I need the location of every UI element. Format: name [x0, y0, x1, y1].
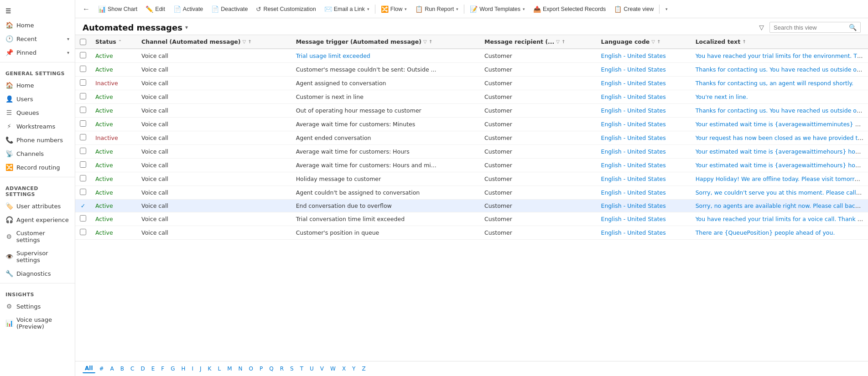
alpha-item-x[interactable]: X	[340, 365, 348, 373]
sidebar-item-diagnostics[interactable]: 🔧 Diagnostics	[0, 267, 75, 280]
sidebar-item-channels[interactable]: 📡 Channels	[0, 147, 75, 160]
sidebar-item-customer-settings[interactable]: ⚙️ Customer settings	[0, 227, 75, 247]
alpha-item-c[interactable]: C	[128, 365, 136, 373]
export-button[interactable]: 📤 Export Selected Records	[530, 4, 609, 15]
select-all-checkbox[interactable]	[80, 39, 86, 45]
back-button[interactable]: ←	[79, 3, 94, 15]
language-cell[interactable]: English - United States	[597, 118, 691, 131]
channel-sort-icon[interactable]: ↑	[248, 39, 251, 44]
trigger-cell[interactable]: Agent assigned to conversation	[291, 77, 480, 90]
trigger-cell[interactable]: Trial usage limit exceeded	[291, 49, 480, 63]
create-view-button[interactable]: 📋 Create view	[610, 4, 657, 15]
table-row[interactable]: ActiveVoice callTrial conversation time …	[75, 212, 868, 226]
table-row[interactable]: InactiveVoice callAgent ended conversati…	[75, 131, 868, 145]
alpha-item-t[interactable]: T	[298, 365, 306, 373]
language-cell[interactable]: English - United States	[597, 212, 691, 226]
trigger-cell[interactable]: Average wait time for customers: Minutes	[291, 118, 480, 131]
word-templates-dropdown-arrow[interactable]: ▾	[523, 7, 525, 11]
language-sort-icon[interactable]: ↑	[657, 39, 660, 44]
sidebar-item-home2[interactable]: 🏠 Home	[0, 78, 75, 92]
language-cell[interactable]: English - United States	[597, 226, 691, 240]
row-select-checkbox[interactable]	[80, 161, 86, 168]
alpha-item-q[interactable]: Q	[267, 365, 275, 373]
alpha-item-r[interactable]: R	[278, 365, 286, 373]
alpha-item-v[interactable]: V	[318, 365, 326, 373]
localized-text-link[interactable]: You have reached your trial limits for a…	[696, 216, 868, 222]
search-input[interactable]	[774, 24, 846, 31]
row-select-checkbox[interactable]	[80, 215, 86, 221]
trigger-cell[interactable]: Customer's position in queue	[291, 226, 480, 240]
row-select-checkbox[interactable]	[80, 52, 86, 58]
alpha-item-w[interactable]: W	[328, 365, 338, 373]
language-cell[interactable]: English - United States	[597, 63, 691, 77]
sidebar-item-home[interactable]: 🏠 Home	[0, 18, 75, 32]
language-link[interactable]: English - United States	[601, 80, 666, 87]
trigger-cell[interactable]: Out of operating hour message to custome…	[291, 104, 480, 118]
localized-text-link[interactable]: Sorry, we couldn't serve you at this mom…	[696, 189, 868, 196]
trigger-cell[interactable]: Trial conversation time limit exceeded	[291, 212, 480, 226]
activate-button[interactable]: 📄 Activate	[170, 4, 207, 15]
alpha-item-y[interactable]: Y	[350, 365, 358, 373]
trigger-link[interactable]: Trial usage limit exceeded	[296, 52, 370, 59]
edit-button[interactable]: ✏️ Edit	[142, 4, 169, 15]
sidebar-item-agent-experience[interactable]: 🎧 Agent experience	[0, 213, 75, 227]
localized-text-link[interactable]: Thanks for contacting us. You have reach…	[696, 107, 868, 114]
table-row[interactable]: ActiveVoice callCustomer is next in line…	[75, 90, 868, 104]
row-select-checkbox[interactable]	[80, 189, 86, 195]
language-link[interactable]: English - United States	[601, 175, 666, 182]
language-cell[interactable]: English - United States	[597, 77, 691, 90]
language-cell[interactable]: English - United States	[597, 145, 691, 159]
table-row[interactable]: ActiveVoice callAverage wait time for cu…	[75, 118, 868, 131]
alpha-item-p[interactable]: P	[257, 365, 265, 373]
alpha-item-u[interactable]: U	[307, 365, 316, 373]
table-row[interactable]: ✓ActiveVoice callEnd conversation due to…	[75, 200, 868, 212]
alpha-item-b[interactable]: B	[118, 365, 126, 373]
localized-text-link[interactable]: Your estimated wait time is {averagewait…	[696, 148, 866, 155]
sidebar-item-settings[interactable]: ⚙️ Settings	[0, 299, 75, 313]
alpha-item-k[interactable]: K	[206, 365, 214, 373]
alpha-item-f[interactable]: F	[159, 365, 166, 373]
run-report-button[interactable]: 📋 Run Report ▾	[411, 4, 462, 15]
alpha-item-s[interactable]: S	[288, 365, 296, 373]
status-sort-icon[interactable]: ⌃	[118, 39, 122, 44]
alpha-item-n[interactable]: N	[236, 365, 245, 373]
channel-filter-icon[interactable]: ▽	[243, 39, 246, 44]
trigger-cell[interactable]: Average wait time for customers: Hours	[291, 145, 480, 159]
sidebar-item-supervisor-settings[interactable]: 👁️ Supervisor settings	[0, 247, 75, 267]
sidebar-item-user-attributes[interactable]: 🏷️ User attributes	[0, 199, 75, 213]
alpha-item-l[interactable]: L	[215, 365, 223, 373]
row-select-checkbox[interactable]	[80, 79, 86, 86]
language-link[interactable]: English - United States	[601, 107, 666, 114]
alpha-item-m[interactable]: M	[225, 365, 234, 373]
recipient-filter-icon[interactable]: ▽	[556, 39, 560, 44]
trigger-cell[interactable]: Holiday message to customer	[291, 172, 480, 186]
email-link-button[interactable]: ✉️ Email a Link ▾	[321, 4, 373, 15]
language-cell[interactable]: English - United States	[597, 159, 691, 172]
alpha-item-h[interactable]: H	[179, 365, 187, 373]
hamburger-menu[interactable]: ☰	[0, 4, 75, 18]
localized-text-link[interactable]: Your estimated wait time is {averagewait…	[696, 162, 868, 169]
row-select-checkbox[interactable]	[80, 120, 86, 127]
localized-sort-icon[interactable]: ↑	[742, 39, 746, 44]
alpha-item-z[interactable]: Z	[359, 365, 368, 373]
localized-text-link[interactable]: You have reached your trial limits for t…	[696, 52, 868, 59]
trigger-cell[interactable]: Average wait time for customers: Hours a…	[291, 159, 480, 172]
table-row[interactable]: ActiveVoice callAgent couldn't be assign…	[75, 186, 868, 200]
trigger-sort-icon[interactable]: ↑	[429, 39, 432, 44]
alpha-item-o[interactable]: O	[247, 365, 255, 373]
trigger-cell[interactable]: Agent ended conversation	[291, 131, 480, 145]
row-select-checkbox[interactable]	[80, 229, 86, 235]
language-link[interactable]: English - United States	[601, 134, 666, 141]
localized-text-link[interactable]: You're next in line.	[696, 93, 748, 100]
alpha-item-j[interactable]: J	[198, 365, 204, 373]
sidebar-item-workstreams[interactable]: ⚡ Workstreams	[0, 119, 75, 133]
alpha-item-g[interactable]: G	[168, 365, 177, 373]
table-row[interactable]: ActiveVoice callCustomer's position in q…	[75, 226, 868, 240]
table-row[interactable]: ActiveVoice callOut of operating hour me…	[75, 104, 868, 118]
table-row[interactable]: ActiveVoice callHoliday message to custo…	[75, 172, 868, 186]
row-select-checkbox[interactable]	[80, 93, 86, 99]
word-templates-button[interactable]: 📝 Word Templates ▾	[466, 4, 529, 15]
language-filter-icon[interactable]: ▽	[651, 39, 655, 44]
sidebar-item-voice-usage[interactable]: 📊 Voice usage (Preview)	[0, 313, 75, 333]
row-select-checkbox[interactable]	[80, 107, 86, 113]
